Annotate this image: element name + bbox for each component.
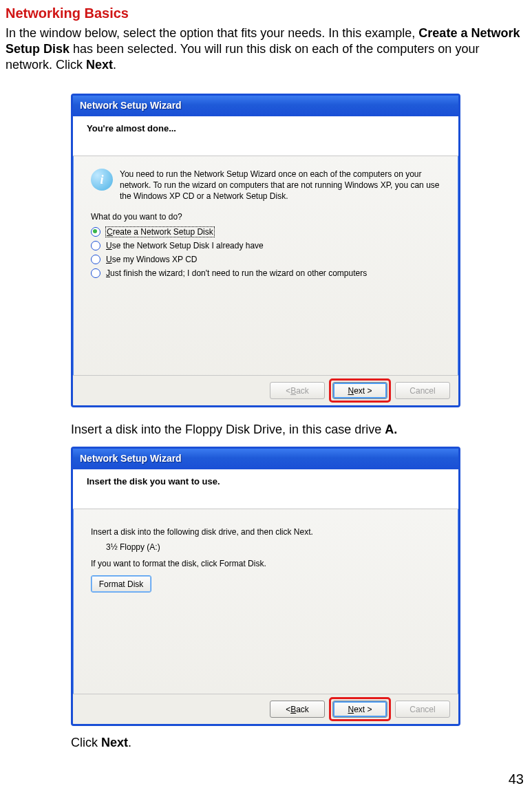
click-next-instruction: Click Next. bbox=[71, 736, 526, 750]
back-button[interactable]: < Back bbox=[270, 382, 325, 399]
next-button-highlight: Next > bbox=[329, 378, 391, 403]
next-button[interactable]: Next > bbox=[332, 701, 387, 718]
wizard-1-titlebar: Network Setup Wizard bbox=[73, 96, 458, 116]
format-disk-button[interactable]: Format Disk bbox=[91, 575, 151, 592]
wizard-2-line1: Insert a disk into the following disk dr… bbox=[91, 527, 440, 537]
intro-mid: has been selected. You will run this dis… bbox=[6, 42, 479, 72]
intro-paragraph: In the window below, select the option t… bbox=[6, 25, 526, 73]
radio-just-finish-rest: ust finish the wizard; I don't need to r… bbox=[110, 268, 367, 278]
wizard-2-body: Insert a disk into the following disk dr… bbox=[73, 509, 458, 592]
intro-pre: In the window below, select the option t… bbox=[6, 26, 418, 40]
radio-just-finish-label: Just finish the wizard; I don't need to … bbox=[106, 268, 367, 278]
next-rest: ext > bbox=[354, 386, 372, 396]
wizard-1-button-bar: < Back Next > Cancel bbox=[73, 375, 458, 405]
back-rest: ack bbox=[296, 705, 309, 714]
radio-icon bbox=[91, 227, 100, 237]
radio-create-disk-label: Create a Network Setup Disk bbox=[106, 227, 214, 237]
cancel-button[interactable]: Cancel bbox=[395, 382, 450, 399]
format-rest: ormat Disk bbox=[104, 579, 143, 589]
wizard-1-info-text: You need to run the Network Setup Wizard… bbox=[120, 169, 440, 202]
mid-bold: A. bbox=[385, 423, 397, 436]
radio-icon bbox=[91, 241, 100, 250]
wizard-1-question: What do you want to do? bbox=[91, 212, 440, 222]
back-pre: < bbox=[286, 386, 290, 396]
wizard-1-body: You need to run the Network Setup Wizard… bbox=[73, 156, 458, 278]
info-icon bbox=[91, 169, 113, 191]
radio-use-xp-cd-label: Use my Windows XP CD bbox=[106, 255, 197, 264]
radio-create-disk-rest: reate a Network Setup Disk bbox=[113, 227, 213, 237]
wizard-2-button-bar: < Back Next > Cancel bbox=[73, 694, 458, 724]
radio-icon bbox=[91, 255, 100, 264]
wizard-2-line2: If you want to format the disk, click Fo… bbox=[91, 559, 440, 568]
page-number: 43 bbox=[509, 771, 524, 787]
radio-use-xp-cd[interactable]: Use my Windows XP CD bbox=[91, 255, 440, 264]
radio-use-xp-cd-rest: se my Windows XP CD bbox=[112, 255, 198, 264]
radio-use-existing-mnemonic: U bbox=[106, 241, 112, 250]
wizard-1-header-title: You're almost done... bbox=[87, 123, 445, 134]
next-button[interactable]: Next > bbox=[332, 382, 387, 399]
radio-use-existing-disk-label: Use the Network Setup Disk I already hav… bbox=[106, 241, 264, 250]
radio-use-xp-cd-mnemonic: U bbox=[106, 255, 112, 264]
click-next-end: . bbox=[128, 736, 131, 749]
mid-instruction: Insert a disk into the Floppy Disk Drive… bbox=[71, 423, 526, 437]
click-next-bold: Next bbox=[101, 736, 128, 749]
wizard-2-titlebar: Network Setup Wizard bbox=[73, 449, 458, 469]
radio-icon bbox=[91, 268, 100, 278]
radio-use-existing-rest: se the Network Setup Disk I already have bbox=[112, 241, 264, 250]
cancel-button[interactable]: Cancel bbox=[395, 701, 450, 718]
back-pre: < bbox=[286, 705, 290, 714]
next-mnemonic: N bbox=[348, 386, 354, 396]
back-rest: ack bbox=[296, 386, 309, 396]
wizard-1-header: You're almost done... bbox=[73, 116, 458, 156]
intro-bold-2: Next bbox=[86, 58, 113, 72]
next-rest: ext > bbox=[354, 705, 372, 714]
back-button[interactable]: < Back bbox=[270, 701, 325, 718]
radio-just-finish[interactable]: Just finish the wizard; I don't need to … bbox=[91, 268, 440, 278]
back-mnemonic: B bbox=[290, 386, 296, 396]
radio-use-existing-disk[interactable]: Use the Network Setup Disk I already hav… bbox=[91, 241, 440, 250]
radio-create-disk-mnemonic: C bbox=[107, 227, 113, 237]
wizard-window-1: Network Setup Wizard You're almost done.… bbox=[71, 94, 460, 407]
format-mnemonic: F bbox=[99, 579, 104, 589]
wizard-window-2: Network Setup Wizard Insert the disk you… bbox=[71, 447, 460, 726]
page-title: Networking Basics bbox=[6, 6, 526, 21]
mid-pre: Insert a disk into the Floppy Disk Drive… bbox=[71, 423, 385, 436]
click-next-pre: Click bbox=[71, 736, 101, 749]
next-button-highlight: Next > bbox=[329, 697, 391, 721]
wizard-2-drive: 3½ Floppy (A:) bbox=[106, 542, 440, 552]
wizard-2-header-title: Insert the disk you want to use. bbox=[87, 476, 445, 487]
back-mnemonic: B bbox=[290, 705, 296, 714]
wizard-2-header: Insert the disk you want to use. bbox=[73, 469, 458, 509]
next-mnemonic: N bbox=[348, 705, 354, 714]
intro-end: . bbox=[113, 58, 116, 72]
radio-create-disk[interactable]: Create a Network Setup Disk bbox=[91, 227, 440, 237]
